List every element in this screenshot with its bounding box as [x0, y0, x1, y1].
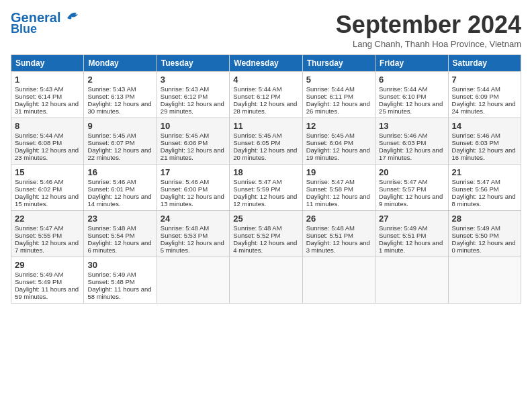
sunset-label: Sunset: 6:14 PM [15, 93, 62, 100]
sunrise-label: Sunrise: 5:47 AM [306, 178, 355, 185]
sunset-label: Sunset: 6:07 PM [87, 139, 134, 146]
calendar-week-2: 15 Sunrise: 5:46 AM Sunset: 6:02 PM Dayl… [11, 165, 521, 211]
day-number: 24 [161, 214, 226, 224]
sunrise-label: Sunrise: 5:44 AM [15, 132, 63, 139]
sunrise-label: Sunrise: 5:49 AM [379, 224, 427, 232]
calendar-cell [375, 257, 448, 304]
daylight-label: Daylight: 12 hours and 15 minutes. [15, 193, 79, 208]
sunset-label: Sunset: 6:12 PM [233, 93, 280, 100]
daylight-label: Daylight: 12 hours and 21 minutes. [161, 146, 224, 161]
sunset-label: Sunset: 5:55 PM [15, 232, 62, 239]
daylight-label: Daylight: 12 hours and 23 minutes. [15, 146, 79, 161]
calendar-week-1: 8 Sunrise: 5:44 AM Sunset: 6:08 PM Dayli… [11, 118, 521, 165]
daylight-label: Daylight: 12 hours and 16 minutes. [452, 146, 516, 161]
calendar-cell: 17 Sunrise: 5:46 AM Sunset: 6:00 PM Dayl… [157, 165, 229, 211]
calendar-cell: 2 Sunrise: 5:43 AM Sunset: 6:13 PM Dayli… [84, 72, 157, 118]
sunset-label: Sunset: 5:59 PM [233, 185, 280, 193]
daylight-label: Daylight: 12 hours and 13 minutes. [161, 193, 224, 208]
day-header-thursday: Thursday [302, 55, 375, 72]
calendar-cell: 8 Sunrise: 5:44 AM Sunset: 6:08 PM Dayli… [11, 118, 84, 165]
day-number: 15 [15, 167, 80, 177]
day-number: 27 [379, 214, 444, 224]
day-number: 12 [306, 121, 371, 131]
sunrise-label: Sunrise: 5:49 AM [87, 271, 136, 278]
sunrise-label: Sunrise: 5:45 AM [87, 132, 136, 139]
sunset-label: Sunset: 6:08 PM [15, 139, 62, 146]
sunset-label: Sunset: 5:52 PM [233, 232, 280, 239]
calendar-cell [302, 257, 375, 304]
calendar-cell: 27 Sunrise: 5:49 AM Sunset: 5:51 PM Dayl… [375, 211, 448, 257]
day-number: 11 [233, 121, 298, 131]
sunrise-label: Sunrise: 5:46 AM [452, 132, 500, 139]
sunrise-label: Sunrise: 5:44 AM [306, 85, 355, 93]
sunset-label: Sunset: 5:56 PM [452, 185, 499, 193]
sunrise-label: Sunrise: 5:45 AM [233, 132, 281, 139]
day-number: 28 [452, 214, 517, 224]
sunrise-label: Sunrise: 5:47 AM [452, 178, 500, 185]
day-number: 19 [306, 167, 371, 177]
logo-bird-icon [62, 9, 82, 24]
daylight-label: Daylight: 12 hours and 4 minutes. [233, 239, 297, 254]
day-number: 30 [87, 260, 152, 270]
sunset-label: Sunset: 6:06 PM [161, 139, 208, 146]
calendar-cell: 13 Sunrise: 5:46 AM Sunset: 6:03 PM Dayl… [375, 118, 448, 165]
sunrise-label: Sunrise: 5:48 AM [233, 224, 281, 232]
calendar-cell: 26 Sunrise: 5:48 AM Sunset: 5:51 PM Dayl… [302, 211, 375, 257]
calendar-cell: 7 Sunrise: 5:44 AM Sunset: 6:09 PM Dayli… [448, 72, 521, 118]
sunset-label: Sunset: 6:10 PM [379, 93, 426, 100]
calendar-cell: 5 Sunrise: 5:44 AM Sunset: 6:11 PM Dayli… [302, 72, 375, 118]
sunrise-label: Sunrise: 5:49 AM [452, 224, 500, 232]
day-number: 20 [379, 167, 444, 177]
month-title: September 2024 [336, 11, 521, 39]
sunrise-label: Sunrise: 5:44 AM [233, 85, 281, 93]
logo: General Blue [11, 11, 82, 35]
daylight-label: Daylight: 11 hours and 59 minutes. [15, 285, 79, 300]
daylight-label: Daylight: 12 hours and 20 minutes. [233, 146, 297, 161]
daylight-label: Daylight: 12 hours and 29 minutes. [161, 100, 224, 115]
calendar-cell: 22 Sunrise: 5:47 AM Sunset: 5:55 PM Dayl… [11, 211, 84, 257]
calendar-week-4: 29 Sunrise: 5:49 AM Sunset: 5:49 PM Dayl… [11, 257, 521, 304]
sunset-label: Sunset: 5:48 PM [87, 278, 134, 285]
daylight-label: Daylight: 12 hours and 0 minutes. [452, 239, 516, 254]
day-number: 6 [379, 75, 444, 85]
daylight-label: Daylight: 12 hours and 26 minutes. [306, 100, 370, 115]
day-header-monday: Monday [84, 55, 157, 72]
daylight-label: Daylight: 12 hours and 24 minutes. [452, 100, 516, 115]
day-number: 1 [15, 75, 80, 85]
title-block: September 2024 Lang Chanh, Thanh Hoa Pro… [336, 11, 521, 49]
calendar-week-0: 1 Sunrise: 5:43 AM Sunset: 6:14 PM Dayli… [11, 72, 521, 118]
daylight-label: Daylight: 12 hours and 6 minutes. [87, 239, 151, 254]
calendar-cell: 6 Sunrise: 5:44 AM Sunset: 6:10 PM Dayli… [375, 72, 448, 118]
day-number: 7 [452, 75, 517, 85]
sunset-label: Sunset: 5:57 PM [379, 185, 426, 193]
daylight-label: Daylight: 12 hours and 14 minutes. [87, 193, 151, 208]
calendar-cell: 1 Sunrise: 5:43 AM Sunset: 6:14 PM Dayli… [11, 72, 84, 118]
day-number: 8 [15, 121, 80, 131]
daylight-label: Daylight: 12 hours and 11 minutes. [306, 193, 370, 208]
daylight-label: Daylight: 12 hours and 17 minutes. [379, 146, 443, 161]
sunrise-label: Sunrise: 5:48 AM [87, 224, 136, 232]
calendar-cell: 29 Sunrise: 5:49 AM Sunset: 5:49 PM Dayl… [11, 257, 84, 304]
day-number: 21 [452, 167, 517, 177]
day-number: 17 [161, 167, 226, 177]
calendar-cell: 23 Sunrise: 5:48 AM Sunset: 5:54 PM Dayl… [84, 211, 157, 257]
day-header-saturday: Saturday [448, 55, 521, 72]
sunrise-label: Sunrise: 5:44 AM [379, 85, 427, 93]
day-number: 26 [306, 214, 371, 224]
sunrise-label: Sunrise: 5:47 AM [379, 178, 427, 185]
logo-blue: Blue [11, 23, 37, 35]
sunrise-label: Sunrise: 5:46 AM [87, 178, 136, 185]
calendar-cell: 9 Sunrise: 5:45 AM Sunset: 6:07 PM Dayli… [84, 118, 157, 165]
calendar-cell: 25 Sunrise: 5:48 AM Sunset: 5:52 PM Dayl… [230, 211, 302, 257]
calendar-cell [230, 257, 302, 304]
daylight-label: Daylight: 12 hours and 9 minutes. [379, 193, 443, 208]
day-number: 29 [15, 260, 80, 270]
sunset-label: Sunset: 5:50 PM [452, 232, 499, 239]
calendar-cell: 30 Sunrise: 5:49 AM Sunset: 5:48 PM Dayl… [84, 257, 157, 304]
day-header-tuesday: Tuesday [157, 55, 229, 72]
sunrise-label: Sunrise: 5:47 AM [15, 224, 63, 232]
daylight-label: Daylight: 12 hours and 22 minutes. [87, 146, 151, 161]
location-subtitle: Lang Chanh, Thanh Hoa Province, Vietnam [336, 39, 521, 49]
calendar-header-row: SundayMondayTuesdayWednesdayThursdayFrid… [11, 55, 521, 72]
day-number: 13 [379, 121, 444, 131]
